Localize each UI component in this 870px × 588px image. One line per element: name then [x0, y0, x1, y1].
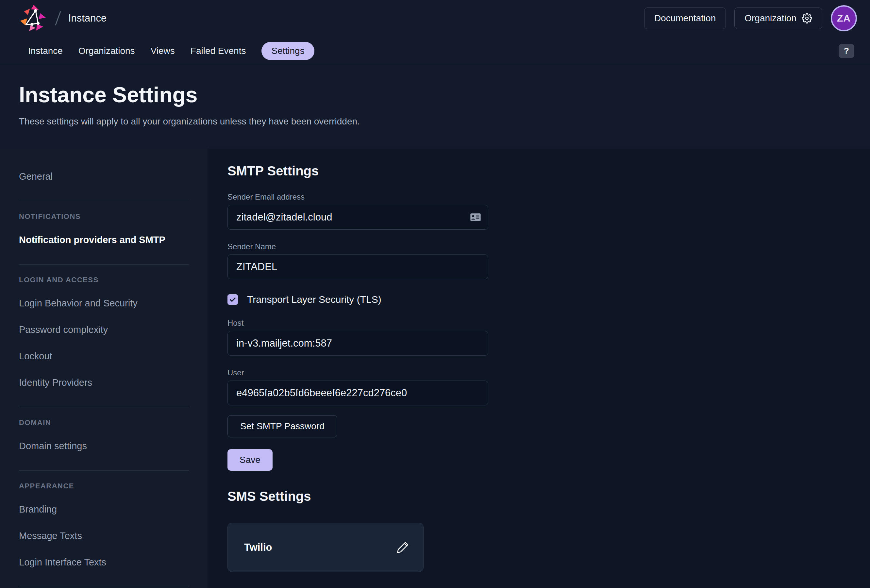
- sidebar-item-login-interface-texts[interactable]: Login Interface Texts: [19, 554, 207, 570]
- sender-name-input[interactable]: [228, 255, 488, 279]
- sidebar-group-domain: DOMAIN: [19, 418, 207, 427]
- sidebar-item-branding[interactable]: Branding: [19, 501, 207, 517]
- top-bar: Instance Documentation Organization ZA: [0, 0, 870, 37]
- tab-failed-events[interactable]: Failed Events: [191, 46, 246, 56]
- tab-bar: Instance Organizations Views Failed Even…: [0, 37, 870, 65]
- sidebar-item-lockout[interactable]: Lockout: [19, 348, 207, 364]
- sidebar-divider: [19, 201, 189, 201]
- sidebar-item-notification-providers-smtp[interactable]: Notification providers and SMTP: [19, 232, 207, 248]
- sidebar-divider: [19, 264, 189, 265]
- contact-card-icon: [470, 212, 481, 222]
- set-smtp-password-button[interactable]: Set SMTP Password: [228, 415, 337, 438]
- tls-label: Transport Layer Security (TLS): [247, 294, 381, 305]
- sidebar-divider: [19, 407, 189, 407]
- save-button[interactable]: Save: [228, 449, 273, 471]
- sender-email-label: Sender Email address: [228, 192, 870, 202]
- sidebar-item-identity-providers[interactable]: Identity Providers: [19, 374, 207, 391]
- sidebar-group-login-and-access: LOGIN AND ACCESS: [19, 275, 207, 285]
- page-subtitle: These settings will apply to all your or…: [19, 116, 870, 127]
- gear-icon: [802, 13, 812, 24]
- breadcrumb-separator: [55, 11, 61, 25]
- sms-provider-card[interactable]: Twilio: [228, 523, 423, 572]
- sidebar-group-notifications: NOTIFICATIONS: [19, 212, 207, 222]
- tab-settings[interactable]: Settings: [261, 42, 314, 60]
- tls-checkbox[interactable]: [228, 294, 238, 305]
- settings-sidebar: General NOTIFICATIONS Notification provi…: [0, 149, 207, 588]
- edit-pencil-icon[interactable]: [395, 540, 410, 555]
- documentation-button[interactable]: Documentation: [644, 7, 726, 29]
- sidebar-item-domain-settings[interactable]: Domain settings: [19, 438, 207, 454]
- host-input[interactable]: [228, 331, 488, 356]
- settings-main: SMTP Settings Sender Email address Sende…: [207, 149, 870, 588]
- avatar-initials: ZA: [837, 13, 851, 24]
- tab-views[interactable]: Views: [150, 46, 175, 56]
- tab-organizations[interactable]: Organizations: [79, 46, 135, 56]
- documentation-button-label: Documentation: [654, 13, 716, 24]
- sidebar-item-login-behavior-security[interactable]: Login Behavior and Security: [19, 295, 207, 311]
- avatar[interactable]: ZA: [831, 5, 857, 31]
- tab-instance[interactable]: Instance: [28, 46, 63, 56]
- zitadel-logo-icon[interactable]: [19, 4, 50, 33]
- user-label: User: [228, 368, 870, 377]
- breadcrumb[interactable]: Instance: [68, 12, 107, 24]
- sender-email-input[interactable]: [228, 205, 488, 230]
- sidebar-divider: [19, 470, 189, 471]
- host-label: Host: [228, 319, 870, 327]
- sidebar-item-password-complexity[interactable]: Password complexity: [19, 322, 207, 338]
- sms-provider-name: Twilio: [244, 542, 272, 553]
- sidebar-item-general[interactable]: General: [19, 168, 207, 185]
- smtp-settings-heading: SMTP Settings: [228, 162, 870, 180]
- sms-settings-heading: SMS Settings: [228, 487, 870, 505]
- organization-button-label: Organization: [745, 13, 797, 24]
- page-title: Instance Settings: [19, 82, 870, 107]
- organization-button[interactable]: Organization: [734, 7, 822, 29]
- checkmark-icon: [229, 296, 237, 304]
- page-header: Instance Settings These settings will ap…: [0, 65, 870, 149]
- sidebar-group-appearance: APPEARANCE: [19, 481, 207, 491]
- help-button[interactable]: ?: [839, 44, 854, 58]
- sender-name-label: Sender Name: [228, 242, 870, 251]
- user-input[interactable]: [228, 381, 488, 405]
- sidebar-item-message-texts[interactable]: Message Texts: [19, 528, 207, 544]
